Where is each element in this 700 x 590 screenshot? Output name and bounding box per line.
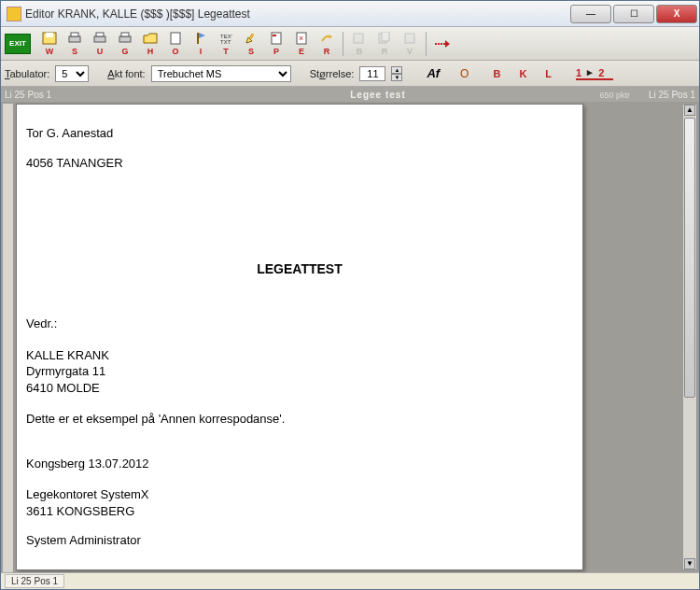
office-block: Legekontoret SystemX 3611 KONGSBERG	[26, 486, 573, 519]
patient-block: KALLE KRANK Dyrmyrgata 11 6410 MOLDE	[26, 347, 573, 397]
window-buttons: — ☐ X	[570, 5, 697, 23]
toolbar-separator	[343, 32, 343, 56]
toolbar-separator-2	[426, 32, 427, 56]
toolbar-btn-p[interactable]: P	[264, 29, 288, 59]
status-bar: Li 25 Pos 1	[1, 572, 699, 589]
vertical-ruler	[3, 104, 14, 572]
flag-icon	[192, 31, 209, 46]
toolbar-btn-s[interactable]: S	[63, 29, 87, 59]
place-date: Kongsberg 13.07.2012	[26, 456, 573, 472]
body-text: Dette er et eksempel på 'Annen korrespod…	[26, 411, 573, 428]
size-spinner[interactable]: ▲▼	[391, 66, 402, 81]
svg-rect-1	[46, 33, 53, 37]
recipient-block: Tor G. Aanestad 4056 TANANGER	[26, 125, 573, 171]
toolbar-btn-paste[interactable]: V	[398, 29, 422, 59]
toolbar-btn-w[interactable]: W	[37, 29, 62, 59]
scroll-thumb[interactable]	[684, 118, 695, 398]
scroll-down-icon[interactable]: ▼	[684, 558, 695, 569]
next-icon	[434, 36, 451, 51]
app-icon	[7, 7, 21, 21]
toolbar-btn-u[interactable]: U	[88, 29, 112, 59]
vedr-label: Vedr.:	[26, 316, 573, 332]
doc-name-status: Legee test	[191, 90, 565, 100]
workspace: Tor G. Aanestad 4056 TANANGER LEGEATTEST…	[1, 102, 699, 572]
svg-rect-20	[405, 34, 414, 43]
office-post: 3611 KONGSBERG	[26, 503, 573, 520]
close-button[interactable]: X	[656, 5, 697, 23]
status-pos: Li 25 Pos 1	[5, 574, 64, 588]
page-icon	[268, 31, 285, 46]
format-toolbar: Tabulator: 5 Akt font: Trebuchet MS Stør…	[1, 61, 699, 87]
pencil-icon	[243, 31, 259, 46]
spin-down-icon[interactable]: ▼	[391, 74, 402, 81]
window-title: Editor KRANK, KALLE ($$$ )[$$$] Legeatte…	[25, 7, 570, 21]
recipient-post: 4056 TANANGER	[26, 155, 573, 172]
exit-button[interactable]: EXIT	[5, 34, 31, 54]
tabulator-label: Tabulator:	[5, 68, 49, 79]
text-icon: TEXTTXT	[217, 31, 234, 46]
editor-window: Editor KRANK, KALLE ($$$ )[$$$] Legeatte…	[0, 0, 700, 590]
recipient-name: Tor G. Aanestad	[26, 125, 573, 142]
document-icon	[167, 31, 184, 46]
spin-up-icon[interactable]: ▲	[391, 66, 402, 74]
print3-icon	[117, 31, 133, 46]
size-input[interactable]	[359, 66, 385, 81]
office-name: Legekontoret SystemX	[26, 486, 573, 503]
folder-icon	[142, 31, 159, 46]
scroll-up-icon[interactable]: ▲	[684, 105, 695, 116]
toolbar-btn-i[interactable]: I	[189, 29, 213, 59]
svg-rect-5	[96, 33, 104, 36]
paste-icon	[401, 31, 418, 46]
svg-rect-14	[273, 35, 276, 36]
svg-rect-13	[272, 33, 281, 44]
line-spacing-button[interactable]: 1▸2	[576, 66, 613, 80]
caret-pos-left: Li 25 Pos 1	[5, 90, 191, 100]
svg-text:×: ×	[299, 34, 303, 43]
toolbar-btn-copy[interactable]: R	[372, 29, 397, 59]
toolbar-btn-g[interactable]: G	[113, 29, 137, 59]
minimize-button[interactable]: —	[570, 5, 611, 23]
l-button[interactable]: L	[545, 68, 552, 79]
document-page[interactable]: Tor G. Aanestad 4056 TANANGER LEGEATTEST…	[16, 104, 583, 570]
svg-rect-9	[197, 33, 199, 44]
maximize-button[interactable]: ☐	[613, 5, 654, 23]
patient-post: 6410 MOLDE	[26, 380, 573, 397]
toolbar-btn-h[interactable]: H	[138, 29, 162, 59]
svg-rect-2	[69, 36, 80, 42]
toolbar-btn-r[interactable]: R	[315, 29, 339, 59]
size-label: Størrelse:	[310, 68, 355, 79]
print-icon	[66, 31, 83, 46]
o-button[interactable]: O	[460, 67, 469, 80]
svg-rect-7	[121, 33, 129, 36]
patient-addr: Dyrmyrgata 11	[26, 363, 573, 380]
toolbar-btn-undo[interactable]: B	[347, 29, 371, 59]
pktr-label: 650 pktr	[599, 91, 630, 100]
copy-icon	[376, 31, 393, 46]
svg-rect-8	[171, 33, 180, 44]
svg-text:TXT: TXT	[220, 39, 231, 45]
toolbar-btn-next[interactable]	[430, 29, 455, 59]
vertical-scrollbar[interactable]: ▲ ▼	[682, 104, 697, 570]
toolbar-btn-t[interactable]: TEXTTXTT	[214, 29, 238, 59]
font-select[interactable]: Trebuchet MS	[151, 65, 291, 82]
ruler-status: Li 25 Pos 1 Legee test 650 pktrLi 25 Pos…	[1, 87, 699, 102]
doc-title: LEGEATTEST	[26, 260, 573, 278]
arrow-icon	[318, 31, 335, 46]
toolbar-btn-e[interactable]: ×E	[289, 29, 314, 59]
caret-pos-right: Li 25 Pos 1	[649, 90, 695, 100]
svg-rect-6	[119, 36, 131, 42]
af-button[interactable]: Af	[427, 66, 440, 80]
signer: System Administrator	[26, 532, 573, 549]
font-label: Akt font:	[107, 68, 145, 79]
titlebar: Editor KRANK, KALLE ($$$ )[$$$] Legeatte…	[1, 1, 699, 27]
print2-icon	[91, 31, 108, 46]
svg-rect-19	[382, 32, 389, 41]
page-x-icon: ×	[293, 31, 310, 46]
toolbar-btn-s2[interactable]: S	[239, 29, 263, 59]
tabulator-select[interactable]: 5	[55, 65, 89, 82]
toolbar-btn-o[interactable]: O	[163, 29, 188, 59]
k-button[interactable]: K	[519, 68, 526, 79]
svg-rect-17	[354, 34, 363, 43]
undo-icon	[351, 31, 368, 46]
b-button[interactable]: B	[493, 68, 500, 79]
